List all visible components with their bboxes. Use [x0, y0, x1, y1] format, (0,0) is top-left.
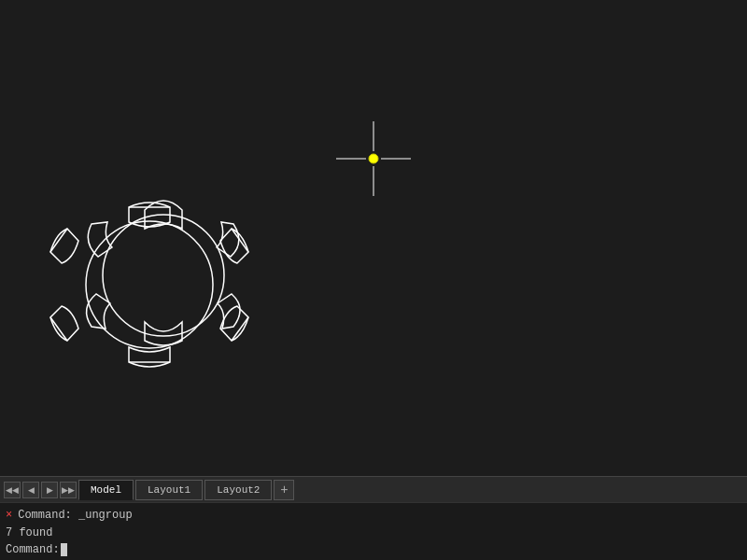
tab-model[interactable]: Model: [78, 480, 134, 500]
furniture-cad-drawing: [28, 140, 271, 420]
canvas-viewport[interactable]: [0, 0, 747, 476]
command-line-1: × Command: _ungroup: [6, 507, 741, 524]
tab-nav-last[interactable]: ▶▶: [60, 482, 77, 498]
command-prompt: Command:: [6, 543, 60, 556]
command-line-2: 7 found: [6, 525, 741, 541]
tab-add-button[interactable]: +: [274, 480, 294, 500]
tab-nav-prev[interactable]: ◀: [22, 482, 39, 498]
svg-point-12: [369, 154, 378, 163]
svg-line-7: [232, 317, 248, 341]
close-icon: ×: [6, 507, 12, 524]
tab-nav-next[interactable]: ▶: [41, 482, 58, 498]
command-area: × Command: _ungroup 7 found Command:: [0, 502, 747, 560]
tab-layout2[interactable]: Layout2: [204, 480, 272, 500]
command-text-1: Command: _ungroup: [18, 507, 132, 524]
svg-line-6: [50, 317, 67, 341]
command-cursor: [61, 543, 67, 556]
svg-line-4: [50, 229, 67, 252]
svg-point-1: [86, 221, 213, 348]
tab-layout1[interactable]: Layout1: [135, 480, 203, 500]
tab-bar: ◀◀ ◀ ▶ ▶▶ Model Layout1 Layout2 +: [0, 476, 747, 502]
tab-nav-first[interactable]: ◀◀: [4, 482, 21, 498]
command-result: 7 found: [6, 525, 52, 541]
crosshair-cursor: [336, 121, 411, 196]
command-input-line: Command:: [6, 543, 741, 556]
svg-line-5: [232, 229, 248, 252]
